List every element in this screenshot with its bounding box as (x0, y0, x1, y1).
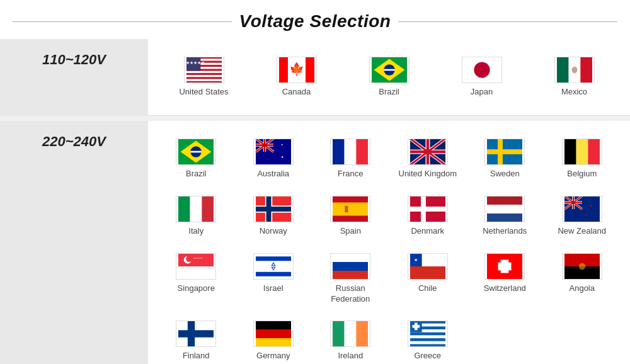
countries-220: Brazil (148, 121, 630, 364)
country-item: Belgium (544, 134, 621, 185)
country-name: Denmark (411, 226, 444, 237)
svg-rect-99 (333, 253, 368, 262)
country-item: Israel (235, 248, 312, 310)
svg-rect-6 (186, 77, 222, 79)
svg-rect-125 (410, 341, 445, 344)
svg-rect-114 (188, 321, 195, 347)
svg-rect-115 (256, 321, 291, 329)
country-name: Spain (340, 226, 361, 237)
country-item: ★★★★★ Singapore (158, 248, 235, 310)
country-item: Brazil (158, 134, 235, 185)
flag-au: ★ ★ (253, 139, 294, 165)
page-title: Voltage Selection (239, 11, 391, 31)
svg-rect-128 (412, 325, 420, 328)
svg-rect-55 (564, 139, 576, 165)
voltage-label-110: 110~120V (0, 39, 148, 116)
svg-rect-42 (357, 139, 369, 165)
country-name: Belgium (567, 169, 597, 179)
svg-rect-5 (186, 73, 222, 75)
svg-text:★: ★ (414, 258, 418, 262)
flag-cl: ★ (408, 253, 448, 280)
country-name: United States (179, 87, 228, 98)
title-line-right (398, 21, 617, 22)
country-name: Chile (418, 283, 437, 294)
country-item: Sweden (466, 134, 544, 185)
country-name: Israel (263, 283, 284, 294)
svg-rect-41 (345, 139, 357, 165)
svg-rect-74 (487, 213, 522, 222)
country-item: 🍁 Canada (250, 52, 343, 103)
svg-rect-101 (333, 271, 368, 280)
flag-sg: ★★★★★ (176, 253, 216, 280)
svg-rect-60 (202, 196, 214, 222)
svg-rect-108 (498, 262, 512, 270)
svg-rect-20 (557, 57, 569, 83)
country-name: New Zealand (558, 226, 606, 237)
flag-gr (408, 321, 448, 347)
country-item: United Kingdom (389, 134, 467, 185)
country-name: Netherlands (483, 226, 527, 237)
country-name: Australia (257, 169, 289, 179)
flag-ie (330, 321, 370, 347)
svg-point-92 (186, 255, 193, 262)
country-name: Germany (256, 351, 290, 361)
flag-ca: 🍁 (277, 57, 317, 83)
svg-rect-120 (357, 321, 369, 347)
svg-rect-54 (498, 139, 503, 165)
svg-rect-117 (256, 338, 291, 347)
svg-rect-7 (186, 81, 222, 83)
country-item: Russian Federation (312, 248, 389, 310)
svg-rect-58 (178, 196, 190, 222)
flag-be (562, 139, 602, 165)
country-item: Ireland (312, 316, 389, 364)
svg-rect-57 (588, 139, 600, 165)
svg-rect-27 (191, 151, 202, 153)
flag-nz: ★ ★ ★ ★ (562, 196, 602, 222)
svg-rect-96 (256, 271, 291, 276)
flag-ch (484, 253, 525, 280)
svg-rect-65 (266, 196, 271, 222)
country-item: ★ ★ Australia (235, 134, 312, 185)
title-section: Voltage Selection (0, 0, 630, 39)
country-item: Switzerland (466, 248, 544, 310)
flag-de (253, 321, 294, 347)
svg-rect-53 (487, 149, 522, 154)
country-name: Italy (188, 226, 203, 237)
flag-br2 (176, 139, 216, 165)
flag-ao (562, 253, 602, 280)
svg-rect-90 (178, 266, 214, 280)
svg-rect-40 (333, 139, 345, 165)
country-name: Canada (282, 87, 311, 98)
svg-rect-22 (580, 57, 592, 83)
svg-rect-68 (345, 206, 348, 213)
flag-no (253, 196, 294, 222)
svg-rect-100 (333, 262, 368, 271)
country-item: France (312, 134, 389, 185)
svg-rect-64 (256, 207, 291, 212)
country-name: Singapore (178, 283, 215, 294)
country-item: ★ Chile (389, 248, 467, 310)
country-item: Mexico (528, 52, 621, 103)
country-item: Angola (544, 248, 621, 310)
country-name: Norway (260, 226, 287, 237)
country-item: ★★★★★★ United States (158, 52, 250, 103)
svg-text:🍁: 🍁 (289, 62, 305, 76)
flag-es (330, 196, 370, 222)
section-220: 220~240V Brazil (0, 121, 630, 364)
svg-point-19 (474, 62, 490, 77)
section-110: 110~120V (0, 39, 630, 121)
flag-dk (408, 196, 448, 222)
svg-rect-56 (576, 139, 588, 165)
svg-rect-124 (410, 336, 445, 339)
svg-rect-59 (190, 196, 202, 222)
country-name: Ireland (338, 351, 363, 361)
svg-rect-70 (410, 207, 445, 212)
svg-rect-116 (256, 329, 291, 338)
country-name: Sweden (490, 169, 520, 179)
svg-rect-71 (421, 196, 426, 222)
svg-point-111 (579, 263, 586, 270)
country-name: France (338, 169, 363, 179)
flag-nl (484, 196, 525, 222)
country-item: Greece (389, 316, 467, 364)
svg-text:★★★★★: ★★★★★ (193, 256, 203, 259)
